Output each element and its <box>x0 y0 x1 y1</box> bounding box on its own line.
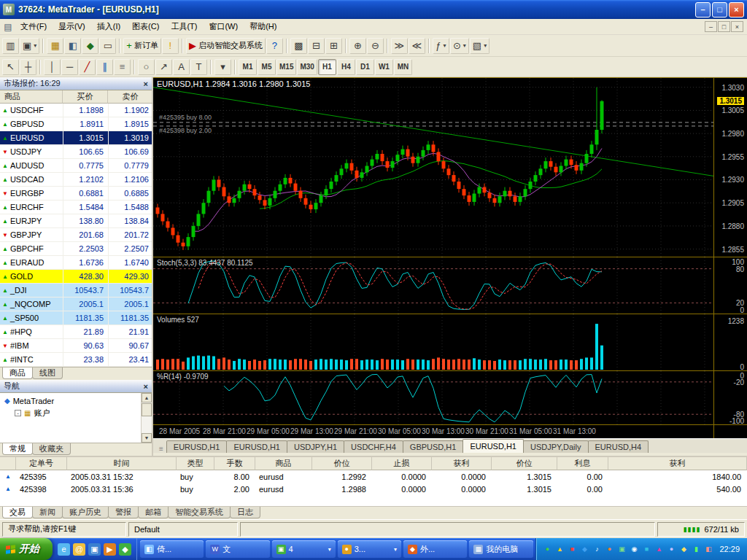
market-watch-row-USDJPY[interactable]: ▼USDJPY106.65106.69 <box>0 145 152 159</box>
market-watch-row-GBPJPY[interactable]: ▼GBPJPY201.68201.72 <box>0 228 152 242</box>
navigator-tab-收藏夹[interactable]: 收藏夹 <box>32 443 71 455</box>
auto-scroll-button[interactable]: ≫ <box>391 38 408 54</box>
menu-item-4[interactable]: 工具(T) <box>165 20 203 34</box>
menu-item-2[interactable]: 插入(I) <box>91 20 126 34</box>
tray-icon-8[interactable]: ■ <box>641 544 651 554</box>
timeframe-MN[interactable]: MN <box>394 59 412 75</box>
terminal-tab-邮箱[interactable]: 邮箱 <box>138 507 169 518</box>
start-button[interactable]: 开始 <box>0 538 53 560</box>
menu-item-1[interactable]: 显示(V) <box>53 20 91 34</box>
mail-icon[interactable]: @ <box>73 543 85 556</box>
vertical-line-button[interactable]: │ <box>44 59 61 75</box>
terminal-column-10[interactable]: 获利 <box>608 457 747 470</box>
menu-item-3[interactable]: 图表(C) <box>126 20 165 34</box>
terminal-tab-交易[interactable]: 交易 <box>2 507 33 518</box>
terminal-tab-新闻[interactable]: 新闻 <box>32 507 63 518</box>
chart-shift-button[interactable]: ≪ <box>409 38 425 54</box>
terminal-column-8[interactable]: 价位 <box>492 457 557 470</box>
tray-icon-4[interactable]: ♪ <box>592 544 602 554</box>
timeframe-D1[interactable]: D1 <box>356 59 374 75</box>
terminal-column-9[interactable]: 利息 <box>557 457 608 470</box>
menu-item-0[interactable]: 文件(F) <box>15 20 53 34</box>
market-watch-row-GOLD[interactable]: ▲GOLD428.30429.30 <box>0 270 152 284</box>
cascade-windows-button[interactable]: ▩ <box>290 38 307 54</box>
data-window-toggle-button[interactable]: ◧ <box>64 38 81 54</box>
terminal-column-6[interactable]: 止损 <box>372 457 432 470</box>
profiles-button[interactable]: ▣▾ <box>20 38 39 54</box>
alert-button-button[interactable]: ! <box>162 38 179 54</box>
tray-icon-13[interactable]: ◧ <box>703 544 713 554</box>
text-label-button[interactable]: T <box>190 59 207 75</box>
navigator-tab-常规[interactable]: 常规 <box>2 443 33 455</box>
terminal-column-3[interactable]: 手数 <box>214 457 255 470</box>
chart-tab-7[interactable]: EURUSD,H4 <box>588 440 649 453</box>
williams-r-chart[interactable] <box>153 371 713 425</box>
horizontal-line-button[interactable]: ─ <box>61 59 78 75</box>
internet-explorer-icon[interactable]: e <box>58 543 70 556</box>
market-watch-tab-线图[interactable]: 线图 <box>32 368 63 379</box>
time-axis[interactable]: 28 Mar 200528 Mar 21:0029 Mar 05:0029 Ma… <box>153 425 747 438</box>
order-row-425398[interactable]: ▲4253982005.03.31 15:36buy2.00eurusd1.29… <box>0 483 747 495</box>
chart-tab-1[interactable]: EURUSD,H1 <box>226 440 287 453</box>
market-watch-row-EURGBP[interactable]: ▼EURGBP0.68810.6885 <box>0 187 152 201</box>
terminal-column-4[interactable]: 商品 <box>255 457 312 470</box>
menu-item-5[interactable]: 窗口(W) <box>203 20 244 34</box>
volumes-pane[interactable]: Volumes 527 12380 <box>153 314 747 371</box>
navigator-toggle-button[interactable]: ◆ <box>82 38 98 54</box>
navigator-item-accounts[interactable]: - ▦ 账户 <box>0 407 152 419</box>
arrows-button[interactable]: ↗ <box>155 59 172 75</box>
navigator-close-icon[interactable]: × <box>144 382 148 391</box>
terminal-column-0[interactable]: 定单号 <box>16 457 67 470</box>
fibonacci-retracement-button[interactable]: ≡ <box>114 59 131 75</box>
market-watch-row-USDCHF[interactable]: ▲USDCHF1.18981.1902 <box>0 104 152 117</box>
market-watch-row-EURAUD[interactable]: ▲EURAUD1.67361.6740 <box>0 256 152 270</box>
zoom-in-button[interactable]: ⊕ <box>349 38 366 54</box>
market-watch-tab-商品[interactable]: 商品 <box>2 368 33 379</box>
candlestick-chart[interactable] <box>153 78 713 257</box>
show-desktop-icon[interactable]: ▣ <box>88 543 101 556</box>
timeframe-H4[interactable]: H4 <box>337 59 355 75</box>
more-tools-button[interactable]: ▾ <box>214 59 231 75</box>
timeframe-M30[interactable]: M30 <box>297 59 317 75</box>
mdi-restore-button[interactable]: □ <box>718 21 730 32</box>
templates-button[interactable]: ▧▾ <box>470 38 489 54</box>
timeframe-M15[interactable]: M15 <box>276 59 296 75</box>
market-watch-row-_NQCOMP[interactable]: ▲_NQCOMP2005.12005.1 <box>0 298 152 311</box>
help-button-button[interactable]: ? <box>266 38 283 54</box>
minimize-button[interactable]: – <box>695 2 711 18</box>
timeframe-M1[interactable]: M1 <box>239 59 257 75</box>
market-watch-row-EURJPY[interactable]: ▲EURJPY138.80138.84 <box>0 214 152 228</box>
tray-icon-7[interactable]: ◉ <box>629 544 639 554</box>
column-header-0[interactable]: 商品 <box>0 90 63 104</box>
chart-tab-5[interactable]: EURUSD,H1 <box>462 439 524 453</box>
new-order-button-button[interactable]: +新订单 <box>123 38 161 54</box>
task-button-3[interactable]: ●3...▾ <box>338 540 401 558</box>
close-button[interactable]: × <box>729 2 744 18</box>
media-player-icon[interactable]: ▶ <box>104 543 116 556</box>
task-button-2[interactable]: ▣4▾ <box>272 540 336 558</box>
tray-icon-2[interactable]: ■ <box>567 544 577 554</box>
cursor-button[interactable]: ↖ <box>2 59 19 75</box>
terminal-tab-日志[interactable]: 日志 <box>230 507 260 518</box>
mdi-minimize-button[interactable]: – <box>705 21 717 32</box>
terminal-tab-警报[interactable]: 警报 <box>108 507 139 518</box>
chart-tab-2[interactable]: USDJPY,H1 <box>287 440 344 453</box>
market-watch-row-EURCHF[interactable]: ▲EURCHF1.54841.5488 <box>0 201 152 214</box>
new-chart-button[interactable]: ▥ <box>2 38 19 54</box>
ea-toggle-button-button[interactable]: ▶启动智能交易系统 <box>186 38 266 54</box>
zoom-out-button[interactable]: ⊖ <box>367 38 384 54</box>
mdi-close-button[interactable]: × <box>731 21 743 32</box>
scroll-down-icon[interactable]: ▼ <box>142 433 152 443</box>
task-button-5[interactable]: ▦我的电脑 <box>469 540 533 558</box>
market-watch-row-_SP500[interactable]: ▲_SP5001181.351181.35 <box>0 311 152 325</box>
tray-icon-12[interactable]: ▮ <box>691 544 701 554</box>
periods-button[interactable]: ⊙▾ <box>450 38 469 54</box>
scrollbar-thumb[interactable] <box>142 403 152 416</box>
chart-tab-6[interactable]: USDJPY,Daily <box>523 440 589 453</box>
tile-horizontal-button[interactable]: ⊟ <box>308 38 325 54</box>
tray-icon-11[interactable]: ◆ <box>678 544 689 554</box>
task-button-4[interactable]: ◆外... <box>403 540 467 558</box>
tray-icon-9[interactable]: ▲ <box>654 544 664 554</box>
chart-tab-4[interactable]: GBPUSD,H1 <box>403 440 464 453</box>
tree-expand-icon[interactable]: - <box>15 410 21 416</box>
